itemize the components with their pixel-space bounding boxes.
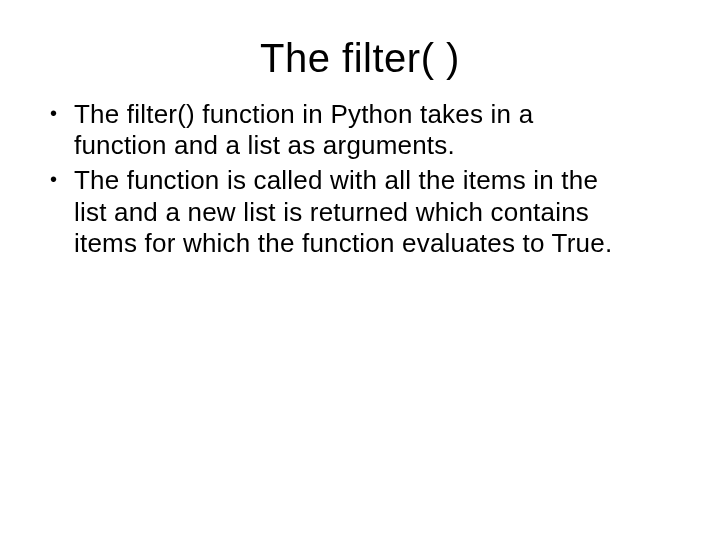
bullet-item: The filter() function in Python takes in… — [50, 99, 630, 161]
slide-body: The filter() function in Python takes in… — [40, 99, 630, 259]
slide: The filter( ) The filter() function in P… — [0, 0, 720, 540]
bullet-item: The function is called with all the item… — [50, 165, 630, 259]
slide-title: The filter( ) — [40, 36, 680, 81]
